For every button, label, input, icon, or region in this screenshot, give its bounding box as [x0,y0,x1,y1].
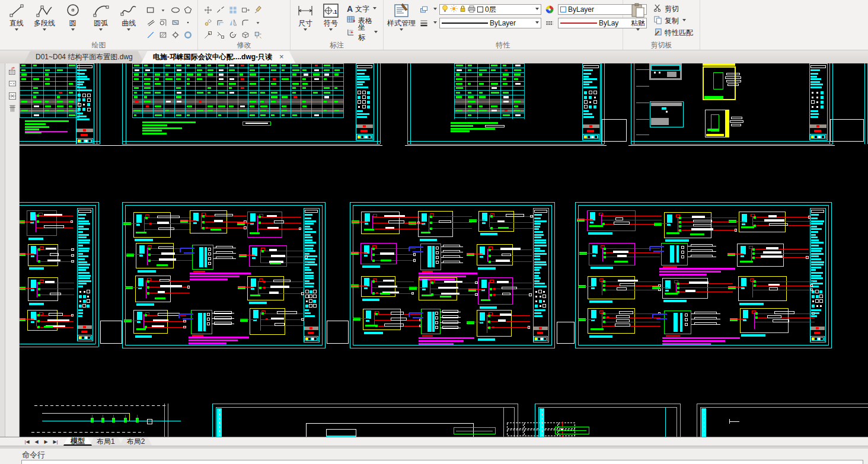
coordinate-label: 坐标 [358,23,371,43]
line-button[interactable]: 直线 [4,2,29,33]
color-value: ByLayer [568,5,594,14]
mirror-icon[interactable] [226,16,239,28]
ribbon-panel-properties: 样式管理 0层 ByLayer [384,0,623,50]
bulb-icon [442,5,448,14]
polygon-icon[interactable] [181,4,194,16]
3d-box-icon[interactable] [239,28,251,41]
break-icon[interactable] [214,4,226,16]
ellipse-icon[interactable] [169,4,181,16]
chevron-down-icon[interactable] [71,28,75,33]
array-icon[interactable] [226,4,239,16]
tab-layout2[interactable]: 布局2 [120,437,152,446]
circle-button[interactable]: 圆 [60,2,85,33]
polyline-button[interactable]: 多段线 [31,2,57,33]
lineweight-icon[interactable] [418,18,430,28]
chevron-down-icon[interactable] [433,21,437,25]
erase-icon[interactable] [251,4,264,16]
chevron-down-icon[interactable] [43,28,46,33]
table-grid-tool-icon[interactable] [7,103,18,114]
lineweight-sample [442,23,488,24]
text-button[interactable]: A 文字 [345,3,379,15]
chevron-down-icon[interactable] [400,28,403,33]
layout-tab-bar: |◀ ◀ ▶ ▶| 模型 布局1 布局2 [0,437,868,446]
chevron-down-icon[interactable] [433,8,437,12]
symbol-button[interactable]: .1 符号 [319,2,343,33]
table-icon [347,15,356,26]
doc-tab-structure-plan[interactable]: D01~D04 结构平面布置图.dwg [24,51,145,63]
dimension-button[interactable]: 尺寸 [294,2,317,33]
chevron-down-icon[interactable] [636,28,640,33]
tab-model[interactable]: 模型 [63,437,92,446]
lineweight-select[interactable]: ByLayer [439,18,541,28]
stretch-icon[interactable] [239,4,251,16]
wipeout-icon[interactable] [169,16,181,28]
ray-icon[interactable] [144,28,157,41]
doc-tab-label: 电施-邛崃国际会议中心配....dwg-只读 [153,53,272,61]
layer-select[interactable]: 0层 [439,4,541,15]
chevron-down-icon [682,19,686,23]
trim-icon[interactable] [214,28,226,41]
lock-icon [459,5,466,14]
rotate-icon[interactable] [226,28,239,41]
hatch-icon[interactable] [157,28,169,41]
prev-tab-button[interactable]: ◀ [32,439,41,444]
modify-tools [202,4,264,41]
region-icon[interactable] [157,16,169,28]
copy-object-icon[interactable] [202,16,214,28]
gear-icon[interactable] [169,28,181,41]
line-label: 直线 [9,19,24,27]
style-manager-button[interactable]: 样式管理 [387,2,416,33]
fillet-icon[interactable] [239,16,251,28]
frame-tool-icon[interactable] [7,78,18,89]
donut-icon[interactable] [181,28,194,41]
offset-icon[interactable] [214,16,226,28]
symbol-label: 符号 [324,19,338,27]
chevron-down-icon [535,21,539,25]
linetype-manager-icon[interactable] [544,18,556,28]
chevron-down-icon[interactable] [329,28,333,33]
copy-icon [653,15,662,26]
chevron-down-icon[interactable] [15,28,18,33]
scale-icon[interactable] [202,28,214,41]
next-tab-button[interactable]: ▶ [42,439,50,444]
move-icon[interactable] [202,4,214,16]
rectangle-icon[interactable] [144,4,157,16]
doc-tab-conference-center[interactable]: 电施-邛崃国际会议中心配....dwg-只读× [141,51,296,63]
text-icon: A [347,4,353,14]
command-input[interactable] [21,460,863,464]
coordinate-button[interactable]: 坐标 [345,27,379,39]
style-manager-label: 样式管理 [387,19,416,27]
point-icon[interactable] [181,16,194,28]
image-frame-tool-icon[interactable] [7,91,18,101]
chevron-down-icon[interactable] [304,28,307,33]
chevron-down-icon[interactable] [251,16,264,28]
close-icon[interactable]: × [279,52,284,61]
multiline-icon[interactable] [144,16,157,28]
last-tab-button[interactable]: ▶| [51,439,60,444]
color-wheel-icon[interactable] [544,4,556,15]
match-properties-button[interactable]: 特性匹配 [652,27,695,39]
paste-button[interactable]: 粘贴 [627,2,649,33]
spline-button[interactable]: 曲线 [116,2,142,33]
explode-icon[interactable] [251,28,264,41]
dimension-icon [296,2,314,19]
cut-button[interactable]: 剪切 [652,3,695,15]
copy-button[interactable]: 复制 [652,15,695,27]
chevron-down-icon[interactable] [127,28,130,33]
layer-states-icon[interactable] [418,4,430,15]
tab-layout1[interactable]: 布局1 [90,437,122,446]
arc-button[interactable]: 圆弧 [88,2,113,33]
clipboard-rows: 剪切 复制 特性匹配 [652,3,695,39]
first-tab-button[interactable]: |◀ [23,439,31,444]
cut-label: 剪切 [665,4,679,14]
left-strip-divider [0,63,5,437]
properties-panel-label: 特性 [384,41,623,49]
printer-icon [468,5,476,14]
chevron-down-icon[interactable] [157,4,169,16]
sun-icon [450,5,458,14]
drawing-canvas[interactable] [20,63,868,437]
chevron-down-icon[interactable] [99,28,103,33]
copy-label: 复制 [665,16,679,26]
plot-tool-icon[interactable] [7,66,18,76]
chevron-down-icon [373,7,376,11]
